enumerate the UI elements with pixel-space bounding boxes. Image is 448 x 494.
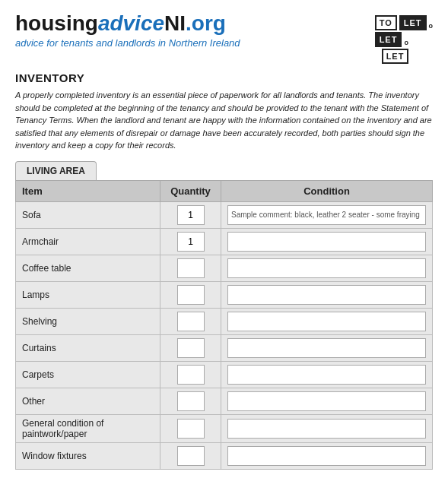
logo-org: .org <box>186 11 226 35</box>
table-row: Window fixtures <box>16 442 433 469</box>
to-let-logo: TO LET o LET o LET <box>375 15 433 64</box>
description: A properly completed inventory is an ess… <box>15 89 433 152</box>
cond-cell <box>221 228 433 255</box>
item-cell: Lamps <box>16 281 160 308</box>
header: housingadviceNI.org advice for tenants a… <box>15 12 433 64</box>
cond-input[interactable] <box>227 419 426 439</box>
qty-cell <box>160 201 221 228</box>
table-row: Other <box>16 388 433 414</box>
cond-cell <box>221 334 433 361</box>
table-row: Armchair <box>16 228 433 255</box>
let-block-2: LET <box>375 32 402 47</box>
cond-input[interactable] <box>227 312 426 331</box>
qty-input[interactable] <box>177 338 205 358</box>
item-cell: Coffee table <box>16 255 160 281</box>
qty-cell <box>160 281 221 308</box>
cond-input[interactable] <box>227 365 426 385</box>
item-cell: Carpets <box>16 361 160 388</box>
cond-cell <box>221 255 433 281</box>
cond-cell <box>221 201 433 228</box>
qty-cell <box>160 334 221 361</box>
qty-input[interactable] <box>177 312 205 331</box>
cond-input[interactable] <box>227 232 426 252</box>
tagline: advice for tenants and landlords in Nort… <box>15 37 240 49</box>
table-row: Coffee table <box>16 255 433 281</box>
cond-cell <box>221 308 433 334</box>
cond-input[interactable] <box>227 446 426 466</box>
table-row: Shelving <box>16 308 433 334</box>
cond-input[interactable] <box>227 338 426 358</box>
qty-input[interactable] <box>177 232 205 252</box>
tl-small-1: o <box>429 22 434 30</box>
let-block-3: LET <box>382 49 409 64</box>
qty-input[interactable] <box>177 365 205 385</box>
item-cell: Curtains <box>16 334 160 361</box>
tab-living-area[interactable]: LIVING AREA <box>15 161 97 180</box>
cond-input[interactable] <box>227 391 426 411</box>
item-cell: Armchair <box>16 228 160 255</box>
item-cell: Sofa <box>16 201 160 228</box>
qty-cell <box>160 388 221 414</box>
to-block: TO <box>375 15 397 30</box>
header-item: Item <box>16 180 160 201</box>
table-row: Sofa <box>16 201 433 228</box>
qty-cell <box>160 414 221 442</box>
item-cell: General condition of paintwork/paper <box>16 414 160 442</box>
cond-cell <box>221 281 433 308</box>
table-header-row: Item Quantity Condition <box>16 180 433 201</box>
logo-advice: advice <box>98 11 164 35</box>
logo-ni: NI <box>164 11 186 35</box>
header-condition: Condition <box>221 180 433 201</box>
qty-input[interactable] <box>177 205 205 225</box>
qty-cell <box>160 255 221 281</box>
item-cell: Shelving <box>16 308 160 334</box>
table-row: Lamps <box>16 281 433 308</box>
let-block-1: LET <box>399 15 427 30</box>
item-cell: Window fixtures <box>16 442 160 469</box>
cond-cell <box>221 361 433 388</box>
tab-container: LIVING AREA <box>15 161 433 180</box>
qty-input[interactable] <box>177 446 205 466</box>
qty-input[interactable] <box>177 285 205 305</box>
section-title: INVENTORY <box>15 71 433 84</box>
qty-input[interactable] <box>177 258 205 278</box>
table-row: General condition of paintwork/paper <box>16 414 433 442</box>
logo-housing: housing <box>15 11 98 35</box>
table-row: Curtains <box>16 334 433 361</box>
cond-input[interactable] <box>227 205 426 225</box>
tl-small-2: o <box>404 39 408 46</box>
cond-cell <box>221 388 433 414</box>
table-row: Carpets <box>16 361 433 388</box>
qty-cell <box>160 228 221 255</box>
logo-block: housingadviceNI.org advice for tenants a… <box>15 12 240 49</box>
qty-cell <box>160 442 221 469</box>
cond-cell <box>221 442 433 469</box>
qty-input[interactable] <box>177 391 205 411</box>
item-cell: Other <box>16 388 160 414</box>
qty-cell <box>160 308 221 334</box>
inventory-table: Item Quantity Condition SofaArmchairCoff… <box>15 180 433 470</box>
qty-cell <box>160 361 221 388</box>
qty-input[interactable] <box>177 419 205 439</box>
cond-cell <box>221 414 433 442</box>
cond-input[interactable] <box>227 258 426 278</box>
cond-input[interactable] <box>227 285 426 305</box>
header-quantity: Quantity <box>160 180 221 201</box>
logo: housingadviceNI.org <box>15 12 240 36</box>
